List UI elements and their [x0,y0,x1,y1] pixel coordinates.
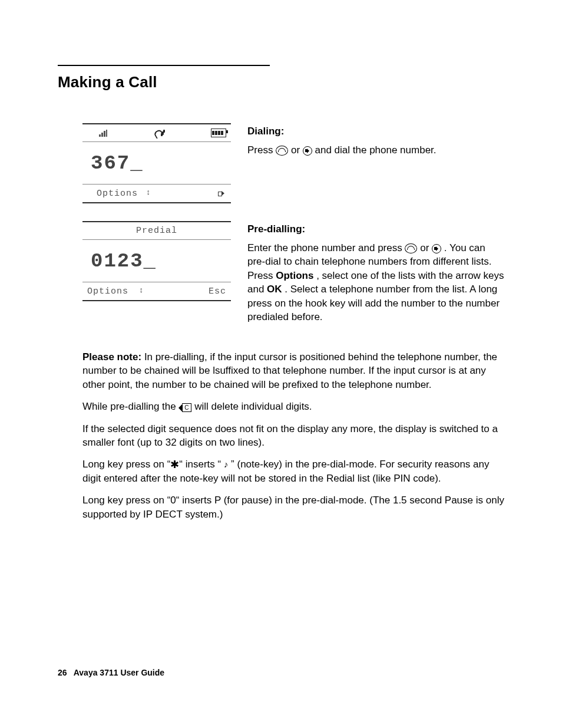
notes-block: Please note: In pre-dialling, if the inp… [82,350,505,522]
softkey-bar: Options ↕ Esc [82,282,231,300]
title-bar: Predial [82,222,231,240]
softkey-bar: Options ↕ [82,185,231,202]
call-active-icon [154,129,164,137]
text: “ inserts “ [179,459,224,470]
text: and dial the phone number. [315,144,437,156]
softkey-right: Esc [209,286,226,297]
text: Enter the phone number and press [247,242,405,253]
status-bar [82,124,231,142]
speaker-icon [218,190,226,197]
text: While pre-dialling the [82,401,178,412]
note-p5: Long key press on “0“ inserts P (for pau… [82,493,505,521]
section-title: Making a Call [58,73,505,91]
section-rule [58,65,270,66]
ok-word: OK [267,284,282,295]
dialing-heading: Dialing: [247,126,505,137]
predialling-text: Enter the phone number and press or . Yo… [247,241,505,324]
hook-key-icon [276,146,288,156]
predialling-row: Predial 0123_ Options ↕ Esc Pre-dialling… [58,221,505,332]
speaker-key-icon [432,244,441,253]
clear-key-icon [178,404,191,412]
text: . Select a telephone number from the lis… [247,284,500,322]
dialing-text: Press or and dial the phone number. [247,143,505,157]
dialing-row: 367_ Options ↕ Dialing: Press or and dia… [58,123,505,203]
text: In pre-dialling, if the input cursor is … [82,351,497,390]
dialed-digits: 367_ [87,152,144,174]
note-p3: If the selected digit sequence does not … [82,422,505,450]
please-note-label: Please note: [82,351,141,363]
text: or [291,144,303,156]
phone-screen-dialing: 367_ Options ↕ [82,123,231,203]
note-p2: While pre-dialling the will delete indiv… [82,400,505,413]
speaker-key-icon [303,146,312,156]
digit-display: 0123_ [82,240,231,282]
note-p4: Long key press on “✱“ inserts “ ♪ ” (not… [82,457,505,485]
doc-title: Avaya 3711 User Guide [74,668,164,677]
page-footer: 26 Avaya 3711 User Guide [58,668,164,677]
page-number: 26 [58,668,67,677]
text: Press [247,144,276,156]
predialling-heading: Pre-dialling: [247,223,505,235]
screen-title: Predial [87,226,226,236]
arrow-updown-icon: ↕ [146,190,152,197]
hook-key-icon [405,243,417,253]
signal-icon [99,130,107,137]
battery-icon [211,129,226,137]
star-key-icon: ✱ [170,459,179,470]
text: will delete individual digits. [194,401,312,412]
options-word: Options [276,270,313,281]
text: or [420,242,432,253]
phone-screen-predial: Predial 0123_ Options ↕ Esc [82,221,231,301]
digit-display: 367_ [82,142,231,185]
softkey-left: Options [87,286,128,297]
note-p1: Please note: In pre-dialling, if the inp… [82,350,505,391]
text: Long key press on “ [82,459,170,470]
dialed-digits: 0123_ [87,250,157,272]
arrow-updown-icon: ↕ [139,288,145,295]
softkey-left: Options [97,189,138,199]
